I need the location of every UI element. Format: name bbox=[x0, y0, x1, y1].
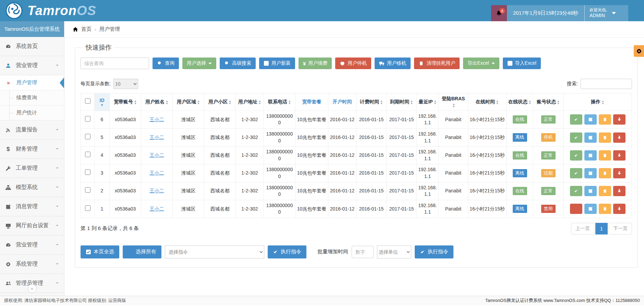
confirm-button[interactable] bbox=[570, 186, 582, 196]
column-header-bill_date[interactable]: 计费时间▲▼ bbox=[356, 93, 387, 111]
column-header-bras[interactable]: 登陆BRAS▲▼ bbox=[439, 93, 468, 111]
column-header-community[interactable]: 用户小区▲▼ bbox=[204, 93, 236, 111]
sidebar-item-3[interactable]: $财务管理 bbox=[0, 140, 64, 159]
row-checkbox[interactable] bbox=[85, 152, 90, 157]
sidebar-item-7[interactable]: 网厅前台设置 bbox=[0, 216, 64, 236]
select-all-checkbox[interactable] bbox=[85, 98, 90, 104]
sidebar-subitem[interactable]: »用户管理 bbox=[0, 75, 64, 90]
column-header-plan[interactable]: 宽带套餐 bbox=[295, 93, 328, 111]
confirm-button[interactable] bbox=[570, 168, 582, 178]
row-checkbox[interactable] bbox=[85, 187, 90, 193]
edit-button[interactable] bbox=[584, 168, 597, 178]
prev-page-button[interactable]: 上一页 bbox=[571, 223, 594, 234]
download-button[interactable] bbox=[613, 132, 625, 143]
edit-button[interactable] bbox=[584, 114, 597, 125]
user-name-link[interactable]: 王小二 bbox=[150, 117, 164, 122]
user-name-link[interactable]: 王小二 bbox=[150, 206, 164, 212]
sidebar-subitem[interactable]: 续费查询 bbox=[0, 90, 64, 105]
edit-button[interactable] bbox=[584, 132, 597, 143]
export-excel-button[interactable]: 导出Excel bbox=[463, 58, 499, 69]
download-button[interactable] bbox=[613, 114, 625, 125]
import-excel-button[interactable]: 导入Excel bbox=[503, 58, 541, 69]
cell-actions bbox=[563, 182, 632, 200]
query-button[interactable]: 查询 bbox=[153, 58, 179, 69]
sidebar-collapse-button[interactable]: « bbox=[28, 284, 37, 293]
column-header-phone[interactable]: 联系电话▲▼ bbox=[264, 93, 295, 111]
column-header-online_status[interactable]: 在线状态▲▼ bbox=[507, 93, 533, 111]
download-button[interactable] bbox=[613, 168, 625, 178]
delete-button[interactable] bbox=[599, 204, 611, 214]
user-move-button[interactable]: 用户移机 bbox=[375, 58, 411, 69]
user-stop-button[interactable]: 用户停机 bbox=[335, 58, 371, 69]
sidebar-item-8[interactable]: 营业管理 bbox=[0, 236, 64, 255]
notifications-button[interactable]: 8 bbox=[491, 5, 507, 21]
confirm-button[interactable] bbox=[570, 114, 582, 125]
settings-gear-button[interactable] bbox=[634, 45, 644, 57]
unit-select[interactable]: 选择单位 bbox=[377, 245, 411, 258]
edit-button[interactable] bbox=[584, 204, 597, 214]
user-renew-button[interactable]: ¥用户续费 bbox=[299, 58, 332, 69]
user-name-link[interactable]: 王小二 bbox=[150, 135, 164, 140]
sidebar-item-0[interactable]: 系统首页 bbox=[0, 37, 64, 56]
delete-button[interactable] bbox=[599, 150, 611, 161]
delete-button[interactable] bbox=[599, 168, 611, 178]
column-header-expire_date[interactable]: 到期时间▲▼ bbox=[387, 93, 417, 111]
sidebar-item-6[interactable]: 消息管理 bbox=[0, 197, 64, 216]
confirm-button[interactable] bbox=[570, 150, 582, 161]
row-checkbox[interactable] bbox=[85, 116, 90, 122]
sidebar-item-9[interactable]: 系统管理 bbox=[0, 255, 64, 274]
user-name-link[interactable]: 王小二 bbox=[150, 152, 164, 158]
column-header-actions[interactable]: 操作▲▼ bbox=[563, 93, 632, 111]
cell-region: 潍城区 bbox=[173, 111, 204, 128]
delete-button[interactable] bbox=[599, 114, 611, 125]
execute-batch-button[interactable]: 执行指令 bbox=[415, 245, 453, 258]
breadcrumb-home[interactable]: 首页 bbox=[81, 26, 92, 33]
column-header-region[interactable]: 用户区域▲▼ bbox=[173, 93, 204, 111]
batch-number-input[interactable] bbox=[352, 246, 374, 258]
execute-command-button[interactable]: 执行指令 bbox=[268, 245, 306, 258]
column-header-account[interactable]: 宽带账号▲▼ bbox=[110, 93, 141, 111]
command-select[interactable]: 选择指令 bbox=[165, 245, 264, 258]
sidebar-item-1[interactable]: 营业管理 bbox=[0, 56, 64, 75]
sidebar-item-2[interactable]: 流量报告 bbox=[0, 120, 64, 140]
cancel-button[interactable] bbox=[570, 204, 582, 214]
advanced-search-button[interactable]: 高级搜索 bbox=[220, 58, 256, 69]
combined-search-input[interactable] bbox=[81, 58, 149, 69]
user-name-link[interactable]: 王小二 bbox=[150, 188, 164, 193]
edit-button[interactable] bbox=[584, 186, 597, 196]
clean-dead-users-button[interactable]: 清理挂死用户 bbox=[414, 58, 460, 69]
sidebar-subitem-label: 用户统计 bbox=[16, 110, 37, 116]
column-header-open_date[interactable]: 开户时间 bbox=[328, 93, 356, 111]
delete-button[interactable] bbox=[599, 186, 611, 196]
select-all-button[interactable]: 选择所有 bbox=[123, 245, 161, 258]
download-button[interactable] bbox=[613, 150, 625, 161]
per-page-select[interactable]: 10 bbox=[113, 79, 138, 89]
next-page-button[interactable]: 下一页 bbox=[609, 223, 632, 234]
row-checkbox[interactable] bbox=[85, 205, 90, 211]
sidebar-item-5[interactable]: 模型系统 bbox=[0, 178, 64, 197]
table-search-input[interactable] bbox=[581, 79, 632, 89]
home-icon bbox=[73, 27, 78, 32]
page-1-button[interactable]: 1 bbox=[595, 223, 608, 234]
column-header-ip[interactable]: 最近IP▲▼ bbox=[417, 93, 439, 111]
column-header-id[interactable]: ID▼ bbox=[95, 93, 110, 111]
column-header-name[interactable]: 用户姓名▲▼ bbox=[141, 93, 173, 111]
column-label: 开户时间 bbox=[333, 99, 352, 104]
download-button[interactable] bbox=[613, 186, 625, 196]
delete-button[interactable] bbox=[599, 132, 611, 143]
select-page-button[interactable]: 本页全选 bbox=[81, 245, 119, 258]
admin-menu[interactable]: 欢迎光临, ADMIN bbox=[584, 5, 628, 21]
edit-button[interactable] bbox=[584, 150, 597, 161]
row-checkbox[interactable] bbox=[85, 134, 90, 139]
column-header-online_time[interactable]: 在线时间▲▼ bbox=[468, 93, 507, 111]
column-header-address[interactable]: 用户地址▲▼ bbox=[236, 93, 264, 111]
sidebar-subitem[interactable]: 用户统计 bbox=[0, 105, 64, 120]
sidebar-item-4[interactable]: 工单管理 bbox=[0, 159, 64, 178]
user-new-install-button[interactable]: 用户新装 bbox=[259, 58, 295, 69]
user-name-link[interactable]: 王小二 bbox=[150, 170, 164, 176]
user-select-button[interactable]: 用户选择 bbox=[182, 58, 216, 69]
download-button[interactable] bbox=[613, 204, 625, 214]
confirm-button[interactable] bbox=[570, 132, 582, 143]
column-header-account_status[interactable]: 账号状态▲▼ bbox=[533, 93, 563, 111]
row-checkbox[interactable] bbox=[85, 169, 90, 175]
